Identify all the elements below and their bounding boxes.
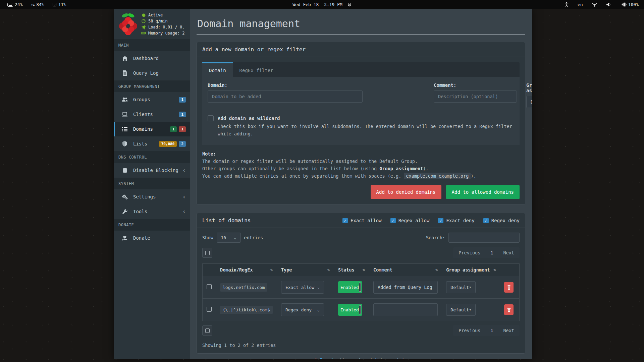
- next-page-button[interactable]: Next: [503, 250, 514, 255]
- row-comment-input[interactable]: [373, 281, 438, 294]
- delete-row-button[interactable]: [504, 282, 514, 293]
- menu-header-dns-control: DNS CONTROL: [114, 151, 190, 163]
- page-number-button[interactable]: 1: [490, 328, 493, 333]
- checked-checkbox-icon[interactable]: ✓: [483, 218, 489, 223]
- sidebar-item-disable-blocking[interactable]: Disable Blocking ‹: [114, 163, 190, 178]
- sidebar-item-dashboard[interactable]: Dashboard: [114, 51, 190, 66]
- row-checkbox[interactable]: [207, 284, 212, 289]
- heart-icon: ♥: [315, 357, 317, 360]
- battery-status[interactable]: 100%: [620, 2, 639, 7]
- sort-icon[interactable]: ⇅: [435, 267, 438, 272]
- add-to-allowed-button[interactable]: Add to allowed domains: [446, 185, 520, 199]
- col-header-group[interactable]: Group assignment⇅: [442, 264, 500, 276]
- row-group-select[interactable]: Default▾: [446, 281, 476, 293]
- tab-regex-filter[interactable]: RegEx filter: [233, 62, 280, 77]
- group-assignment-select[interactable]: Default ▾: [526, 96, 532, 108]
- filter-exact-deny[interactable]: ✓ Exact deny: [438, 218, 474, 223]
- col-header-type[interactable]: Type⇅: [277, 264, 334, 276]
- type-select[interactable]: Exact allow⌄: [281, 281, 324, 294]
- sort-icon[interactable]: ⇅: [270, 267, 273, 272]
- tab-domain[interactable]: Domain: [202, 62, 233, 77]
- delete-row-button[interactable]: [504, 304, 514, 315]
- previous-page-button[interactable]: Previous: [459, 328, 480, 333]
- status-active-text: Active: [148, 12, 163, 18]
- chevron-left-icon: ‹: [182, 168, 186, 173]
- type-select[interactable]: Regex deny⌄: [281, 303, 324, 316]
- filter-regex-deny[interactable]: ✓ Regex deny: [483, 218, 520, 223]
- next-page-button[interactable]: Next: [503, 328, 514, 333]
- keyboard-layout[interactable]: en: [578, 2, 583, 7]
- comment-input[interactable]: [434, 90, 517, 103]
- sidebar-item-lists[interactable]: Lists 79,080 2: [114, 136, 190, 151]
- sidebar-item-query-log[interactable]: Query Log: [114, 66, 190, 80]
- filter-exact-allow[interactable]: ✓ Exact allow: [342, 218, 382, 223]
- select-all-button[interactable]: [202, 325, 212, 336]
- group-assignment-field-group: Group assignment: Default ▾: [526, 82, 532, 108]
- sidebar-item-groups[interactable]: Groups 1: [114, 92, 190, 107]
- pagination-bottom: Previous 1 Next: [453, 325, 520, 336]
- microchip-icon: [141, 25, 146, 29]
- sidebar-item-label: Clients: [133, 112, 153, 117]
- filter-regex-allow[interactable]: ✓ Regex allow: [390, 218, 430, 223]
- table-controls-row: Show 10 ⌄ entries Search:: [197, 228, 525, 245]
- comment-field-group: Comment:: [434, 82, 517, 108]
- topbar-clock-group[interactable]: Wed Feb 18 3:19 PM: [292, 2, 352, 7]
- donate-link[interactable]: Donate: [320, 357, 336, 360]
- select-all-button[interactable]: [202, 248, 212, 258]
- domain-input[interactable]: [208, 90, 363, 103]
- row-group-select[interactable]: Default▾: [446, 304, 476, 316]
- sidebar-item-clients[interactable]: Clients 1: [114, 107, 190, 122]
- trash-icon: [507, 307, 511, 312]
- sidebar-item-settings[interactable]: Settings ‹: [114, 189, 190, 204]
- page-number-button[interactable]: 1: [490, 250, 493, 255]
- col-header-domain[interactable]: Domain/RegEx⇅: [216, 264, 277, 276]
- previous-page-button[interactable]: Previous: [459, 250, 480, 255]
- cpu-usage-value: 11%: [58, 2, 66, 7]
- page-length-value: 10: [221, 235, 226, 240]
- domain-label: Domain:: [208, 82, 363, 88]
- group-assignment-label: Group assignment:: [526, 82, 532, 93]
- shield-icon: [121, 141, 128, 146]
- note-line-3: You can add multiple entries at once by …: [202, 172, 520, 180]
- cpu-icon: [52, 2, 57, 7]
- sidebar-item-donate[interactable]: Donate: [114, 231, 190, 245]
- col-header-comment[interactable]: Comment⇅: [369, 264, 442, 276]
- sort-icon[interactable]: ⇅: [327, 267, 330, 272]
- keyboard-usage-value: 24%: [15, 2, 22, 7]
- caret-down-icon: ▾: [469, 307, 471, 312]
- sidebar-item-tools[interactable]: Tools ‹: [114, 204, 190, 219]
- accessibility-icon[interactable]: [565, 2, 569, 7]
- domains-table-wrap: Domain/RegEx⇅ Type⇅ Status⇅ Comment⇅ Gro…: [197, 263, 525, 321]
- checked-checkbox-icon[interactable]: ✓: [342, 218, 348, 223]
- stop-icon: [121, 168, 128, 173]
- sort-icon[interactable]: ⇅: [493, 267, 496, 272]
- row-checkbox[interactable]: [207, 307, 212, 312]
- wifi-icon[interactable]: [592, 3, 597, 7]
- menu-header-group-management: GROUP MANAGEMENT: [114, 80, 190, 92]
- add-domain-card: Add a new domain or regex filter Domain …: [197, 42, 525, 205]
- wildcard-block: Add domain as wildcard Check this box if…: [208, 115, 514, 137]
- status-toggle[interactable]: Enabled: [338, 304, 362, 316]
- sidebar-item-label: Query Log: [133, 70, 159, 76]
- toggle-handle: [359, 305, 361, 314]
- list-icon: [121, 127, 128, 131]
- status-toggle[interactable]: Enabled: [338, 281, 362, 293]
- clock[interactable]: Wed Feb 18 3:19 PM: [292, 2, 342, 7]
- add-to-denied-button[interactable]: Add to denied domains: [371, 185, 441, 199]
- topbar-left-group: 24% ↑↓ 84% 11%: [7, 2, 66, 7]
- checked-checkbox-icon[interactable]: ✓: [438, 218, 443, 223]
- page-length-select[interactable]: 10 ⌄: [217, 233, 241, 243]
- wildcard-checkbox[interactable]: [208, 115, 214, 121]
- sidebar-item-label: Donate: [133, 235, 150, 241]
- search-input[interactable]: [448, 233, 520, 243]
- sidebar-item-domains[interactable]: Domains 1 1: [114, 122, 190, 136]
- status-active: Active: [141, 12, 184, 18]
- checked-checkbox-icon[interactable]: ✓: [390, 218, 396, 223]
- up-down-arrows-icon: ↑↓: [31, 2, 35, 7]
- col-header-status[interactable]: Status⇅: [334, 264, 369, 276]
- sort-icon[interactable]: ⇅: [363, 267, 365, 272]
- status-load: Load: 0.01 / 0.: [141, 24, 184, 30]
- row-comment-input[interactable]: [373, 303, 438, 316]
- notifications-muted-icon[interactable]: [347, 2, 352, 7]
- volume-icon[interactable]: [606, 2, 611, 7]
